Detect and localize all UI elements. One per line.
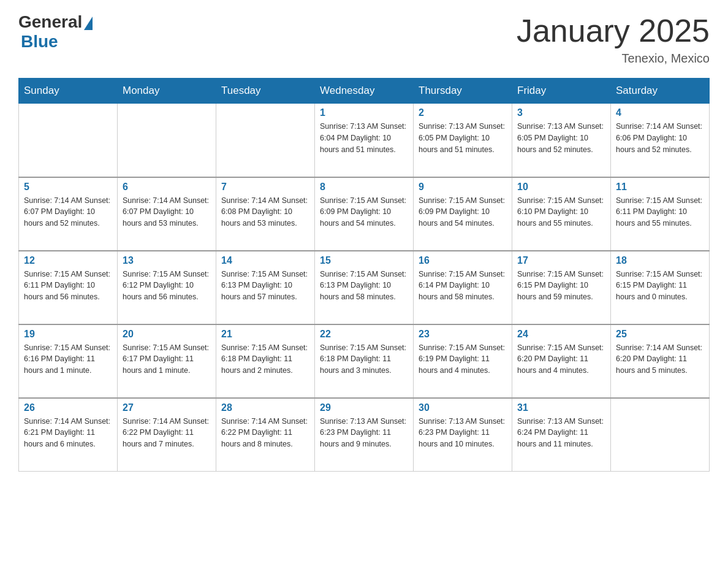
day-info: Sunrise: 7:15 AM Sunset: 6:18 PM Dayligh…	[221, 342, 309, 377]
calendar-cell: 9Sunrise: 7:15 AM Sunset: 6:09 PM Daylig…	[414, 177, 512, 251]
day-number: 24	[517, 329, 605, 340]
calendar-cell	[611, 398, 710, 472]
day-number: 10	[517, 182, 605, 193]
calendar-cell: 19Sunrise: 7:15 AM Sunset: 6:16 PM Dayli…	[19, 324, 118, 398]
day-number: 5	[24, 182, 112, 193]
day-info: Sunrise: 7:13 AM Sunset: 6:04 PM Dayligh…	[320, 121, 408, 155]
day-number: 14	[221, 255, 309, 266]
day-number: 21	[221, 329, 309, 340]
calendar-cell	[216, 104, 315, 177]
day-info: Sunrise: 7:14 AM Sunset: 6:07 PM Dayligh…	[123, 195, 211, 229]
calendar-cell	[118, 104, 216, 177]
calendar-cell: 15Sunrise: 7:15 AM Sunset: 6:13 PM Dayli…	[315, 251, 414, 324]
day-info: Sunrise: 7:14 AM Sunset: 6:21 PM Dayligh…	[24, 416, 112, 450]
day-number: 25	[616, 329, 704, 340]
day-number: 29	[320, 402, 408, 413]
calendar-cell: 14Sunrise: 7:15 AM Sunset: 6:13 PM Dayli…	[216, 251, 315, 324]
day-info: Sunrise: 7:15 AM Sunset: 6:09 PM Dayligh…	[419, 195, 507, 229]
calendar-cell: 18Sunrise: 7:15 AM Sunset: 6:15 PM Dayli…	[611, 251, 710, 324]
calendar-cell	[19, 104, 118, 177]
calendar-cell: 28Sunrise: 7:14 AM Sunset: 6:22 PM Dayli…	[216, 398, 315, 472]
day-info: Sunrise: 7:15 AM Sunset: 6:15 PM Dayligh…	[616, 269, 704, 303]
calendar-cell: 29Sunrise: 7:13 AM Sunset: 6:23 PM Dayli…	[315, 398, 414, 472]
day-info: Sunrise: 7:15 AM Sunset: 6:13 PM Dayligh…	[320, 269, 408, 303]
day-info: Sunrise: 7:15 AM Sunset: 6:20 PM Dayligh…	[517, 342, 605, 377]
day-header-friday: Friday	[512, 79, 611, 104]
day-info: Sunrise: 7:14 AM Sunset: 6:22 PM Dayligh…	[221, 416, 309, 450]
calendar-cell: 31Sunrise: 7:13 AM Sunset: 6:24 PM Dayli…	[512, 398, 611, 472]
day-number: 22	[320, 329, 408, 340]
calendar-cell: 26Sunrise: 7:14 AM Sunset: 6:21 PM Dayli…	[19, 398, 118, 472]
calendar-title: January 2025	[517, 12, 710, 49]
day-number: 28	[221, 402, 309, 413]
day-info: Sunrise: 7:14 AM Sunset: 6:22 PM Dayligh…	[123, 416, 211, 450]
day-number: 16	[419, 255, 507, 266]
logo-general-text: General	[18, 12, 82, 32]
day-header-monday: Monday	[118, 79, 216, 104]
day-info: Sunrise: 7:15 AM Sunset: 6:13 PM Dayligh…	[221, 269, 309, 303]
day-number: 23	[419, 329, 507, 340]
calendar-cell: 3Sunrise: 7:13 AM Sunset: 6:05 PM Daylig…	[512, 104, 611, 177]
day-number: 13	[123, 255, 211, 266]
day-header-thursday: Thursday	[414, 79, 512, 104]
week-row-3: 12Sunrise: 7:15 AM Sunset: 6:11 PM Dayli…	[19, 251, 710, 324]
page-header: General Blue January 2025 Tenexio, Mexic…	[18, 12, 710, 66]
day-info: Sunrise: 7:14 AM Sunset: 6:08 PM Dayligh…	[221, 195, 309, 229]
day-info: Sunrise: 7:14 AM Sunset: 6:07 PM Dayligh…	[24, 195, 112, 229]
day-number: 15	[320, 255, 408, 266]
day-number: 2	[419, 107, 507, 118]
day-number: 20	[123, 329, 211, 340]
day-number: 17	[517, 255, 605, 266]
calendar-cell: 11Sunrise: 7:15 AM Sunset: 6:11 PM Dayli…	[611, 177, 710, 251]
day-number: 18	[616, 255, 704, 266]
day-number: 31	[517, 402, 605, 413]
calendar-cell: 27Sunrise: 7:14 AM Sunset: 6:22 PM Dayli…	[118, 398, 216, 472]
calendar-cell: 20Sunrise: 7:15 AM Sunset: 6:17 PM Dayli…	[118, 324, 216, 398]
calendar-cell: 22Sunrise: 7:15 AM Sunset: 6:18 PM Dayli…	[315, 324, 414, 398]
week-row-4: 19Sunrise: 7:15 AM Sunset: 6:16 PM Dayli…	[19, 324, 710, 398]
day-info: Sunrise: 7:15 AM Sunset: 6:18 PM Dayligh…	[320, 342, 408, 377]
day-info: Sunrise: 7:15 AM Sunset: 6:15 PM Dayligh…	[517, 269, 605, 303]
day-info: Sunrise: 7:15 AM Sunset: 6:10 PM Dayligh…	[517, 195, 605, 229]
calendar-cell: 10Sunrise: 7:15 AM Sunset: 6:10 PM Dayli…	[512, 177, 611, 251]
day-number: 8	[320, 182, 408, 193]
calendar-cell: 17Sunrise: 7:15 AM Sunset: 6:15 PM Dayli…	[512, 251, 611, 324]
day-info: Sunrise: 7:13 AM Sunset: 6:05 PM Dayligh…	[419, 121, 507, 155]
calendar-subtitle: Tenexio, Mexico	[517, 52, 710, 66]
day-number: 9	[419, 182, 507, 193]
logo-blue-text: Blue	[21, 32, 58, 52]
week-row-1: 1Sunrise: 7:13 AM Sunset: 6:04 PM Daylig…	[19, 104, 710, 177]
day-info: Sunrise: 7:15 AM Sunset: 6:19 PM Dayligh…	[419, 342, 507, 377]
day-number: 7	[221, 182, 309, 193]
day-info: Sunrise: 7:15 AM Sunset: 6:09 PM Dayligh…	[320, 195, 408, 229]
day-info: Sunrise: 7:13 AM Sunset: 6:24 PM Dayligh…	[517, 416, 605, 450]
day-number: 30	[419, 402, 507, 413]
day-info: Sunrise: 7:13 AM Sunset: 6:23 PM Dayligh…	[419, 416, 507, 450]
day-info: Sunrise: 7:14 AM Sunset: 6:06 PM Dayligh…	[616, 121, 704, 155]
day-header-sunday: Sunday	[19, 79, 118, 104]
calendar-cell: 6Sunrise: 7:14 AM Sunset: 6:07 PM Daylig…	[118, 177, 216, 251]
day-number: 27	[123, 402, 211, 413]
calendar-cell: 8Sunrise: 7:15 AM Sunset: 6:09 PM Daylig…	[315, 177, 414, 251]
calendar-cell: 12Sunrise: 7:15 AM Sunset: 6:11 PM Dayli…	[19, 251, 118, 324]
day-info: Sunrise: 7:15 AM Sunset: 6:11 PM Dayligh…	[24, 269, 112, 303]
day-number: 26	[24, 402, 112, 413]
title-section: January 2025 Tenexio, Mexico	[517, 12, 710, 66]
day-header-saturday: Saturday	[611, 79, 710, 104]
calendar-cell: 13Sunrise: 7:15 AM Sunset: 6:12 PM Dayli…	[118, 251, 216, 324]
day-number: 3	[517, 107, 605, 118]
day-info: Sunrise: 7:13 AM Sunset: 6:05 PM Dayligh…	[517, 121, 605, 155]
day-number: 1	[320, 107, 408, 118]
day-number: 4	[616, 107, 704, 118]
calendar-cell: 25Sunrise: 7:14 AM Sunset: 6:20 PM Dayli…	[611, 324, 710, 398]
day-info: Sunrise: 7:15 AM Sunset: 6:12 PM Dayligh…	[123, 269, 211, 303]
day-number: 11	[616, 182, 704, 193]
calendar-cell: 7Sunrise: 7:14 AM Sunset: 6:08 PM Daylig…	[216, 177, 315, 251]
day-info: Sunrise: 7:13 AM Sunset: 6:23 PM Dayligh…	[320, 416, 408, 450]
day-info: Sunrise: 7:15 AM Sunset: 6:16 PM Dayligh…	[24, 342, 112, 377]
logo: General Blue	[18, 12, 93, 52]
calendar-cell: 4Sunrise: 7:14 AM Sunset: 6:06 PM Daylig…	[611, 104, 710, 177]
calendar-cell: 5Sunrise: 7:14 AM Sunset: 6:07 PM Daylig…	[19, 177, 118, 251]
calendar-cell: 1Sunrise: 7:13 AM Sunset: 6:04 PM Daylig…	[315, 104, 414, 177]
day-number: 19	[24, 329, 112, 340]
